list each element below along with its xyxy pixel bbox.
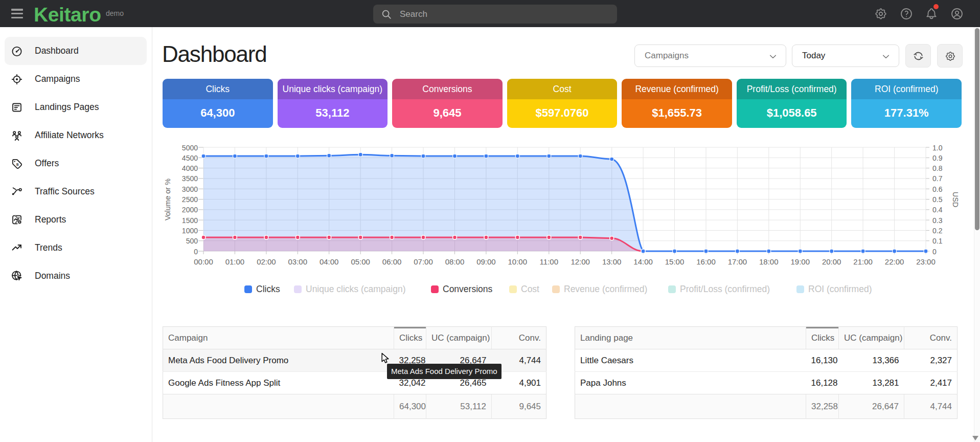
svg-text:s: s — [16, 161, 19, 166]
svg-text:18:00: 18:00 — [759, 257, 779, 266]
svg-text:1500: 1500 — [182, 216, 198, 225]
svg-text:03:00: 03:00 — [288, 257, 308, 266]
svg-text:15:00: 15:00 — [665, 257, 685, 266]
svg-text:0.6: 0.6 — [932, 185, 943, 193]
svg-text:2500: 2500 — [182, 195, 198, 204]
svg-text:16:00: 16:00 — [696, 257, 716, 266]
svg-text:0.2: 0.2 — [932, 227, 943, 235]
svg-text:00:00: 00:00 — [194, 257, 213, 266]
svg-text:01:00: 01:00 — [225, 257, 245, 266]
svg-text:0.7: 0.7 — [932, 174, 943, 183]
svg-text:500: 500 — [186, 237, 198, 245]
svg-text:11:00: 11:00 — [540, 257, 558, 266]
svg-text:06:00: 06:00 — [382, 257, 402, 266]
svg-text:4500: 4500 — [182, 154, 198, 162]
svg-text:20:00: 20:00 — [822, 257, 841, 266]
svg-text:17:00: 17:00 — [728, 257, 747, 266]
svg-text:1.0: 1.0 — [932, 144, 943, 152]
svg-text:Volume or %: Volume or % — [164, 179, 172, 220]
svg-text:0.1: 0.1 — [932, 237, 943, 245]
svg-text:0.8: 0.8 — [932, 164, 943, 172]
svg-text:USD: USD — [951, 192, 960, 208]
svg-text:19:00: 19:00 — [791, 257, 810, 266]
svg-text:0.3: 0.3 — [932, 216, 943, 225]
svg-text:08:00: 08:00 — [445, 257, 465, 266]
svg-text:0.4: 0.4 — [932, 206, 943, 214]
svg-text:1000: 1000 — [182, 227, 198, 235]
svg-text:0.5: 0.5 — [932, 195, 943, 204]
svg-text:3500: 3500 — [182, 174, 198, 183]
svg-text:12:00: 12:00 — [571, 257, 590, 266]
svg-text:0: 0 — [932, 248, 937, 256]
svg-text:22:00: 22:00 — [885, 257, 904, 266]
svg-text:04:00: 04:00 — [320, 257, 339, 266]
svg-text:4000: 4000 — [182, 164, 198, 172]
svg-text:0: 0 — [194, 248, 198, 256]
svg-text:0.9: 0.9 — [932, 154, 943, 162]
svg-text:05:00: 05:00 — [351, 257, 370, 266]
svg-text:23:00: 23:00 — [916, 257, 936, 266]
svg-text:07:00: 07:00 — [414, 257, 433, 266]
svg-text:3000: 3000 — [182, 185, 198, 193]
svg-text:10:00: 10:00 — [508, 257, 528, 266]
svg-text:5000: 5000 — [182, 144, 198, 152]
svg-text:13:00: 13:00 — [602, 257, 622, 266]
svg-text:09:00: 09:00 — [476, 257, 496, 266]
svg-text:02:00: 02:00 — [257, 257, 276, 266]
svg-text:14:00: 14:00 — [633, 257, 653, 266]
svg-text:21:00: 21:00 — [853, 257, 873, 266]
svg-text:2000: 2000 — [182, 206, 198, 214]
